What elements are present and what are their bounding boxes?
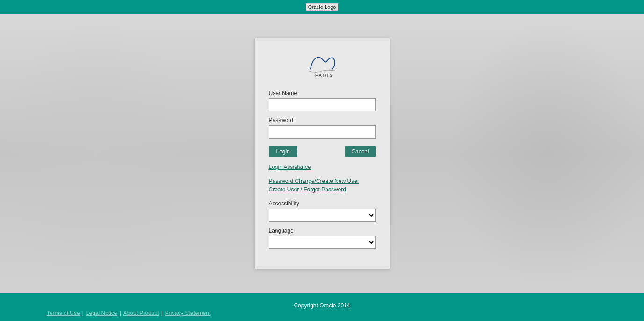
terms-of-use-link[interactable]: Terms of Use [47, 310, 80, 316]
accessibility-section: Accessibility [269, 200, 376, 222]
username-label: User Name [269, 90, 376, 96]
button-row: Login Cancel [269, 146, 376, 157]
login-card: FARIS User Name Password Login Cancel Lo… [254, 38, 390, 269]
footer: Copyright Oracle 2014 Terms of Use | Leg… [0, 293, 644, 321]
logo-area: FARIS [269, 48, 376, 80]
copyright-text: Copyright Oracle 2014 [294, 302, 350, 309]
accessibility-label: Accessibility [269, 200, 376, 207]
language-section: Language [269, 227, 376, 249]
svg-text:FARIS: FARIS [315, 73, 333, 78]
main-area: FARIS User Name Password Login Cancel Lo… [0, 14, 644, 293]
accessibility-select[interactable] [269, 209, 376, 222]
about-product-link[interactable]: About Product [123, 310, 159, 316]
faris-logo: FARIS [299, 48, 346, 80]
password-group: Password [269, 117, 376, 139]
password-input[interactable] [269, 125, 376, 139]
link-section: Login Assistance [269, 164, 376, 170]
separator-1: | [82, 310, 84, 316]
language-select[interactable] [269, 236, 376, 249]
privacy-statement-link[interactable]: Privacy Statement [165, 310, 210, 316]
footer-links: Terms of Use | Legal Notice | About Prod… [47, 310, 210, 316]
separator-3: | [161, 310, 163, 316]
login-assistance-link[interactable]: Login Assistance [269, 164, 376, 170]
password-links-section: Password Change/Create New User Create U… [269, 178, 376, 193]
username-group: User Name [269, 90, 376, 111]
legal-notice-link[interactable]: Legal Notice [86, 310, 117, 316]
separator-2: | [120, 310, 121, 316]
password-label: Password [269, 117, 376, 124]
username-input[interactable] [269, 98, 376, 111]
create-user-link[interactable]: Create User / Forgot Password [269, 186, 376, 193]
password-change-link[interactable]: Password Change/Create New User [269, 178, 376, 184]
login-button[interactable]: Login [269, 146, 297, 157]
language-label: Language [269, 227, 376, 234]
oracle-logo: Oracle Logo [306, 3, 339, 11]
top-bar: Oracle Logo [0, 0, 644, 14]
cancel-button[interactable]: Cancel [345, 146, 375, 157]
